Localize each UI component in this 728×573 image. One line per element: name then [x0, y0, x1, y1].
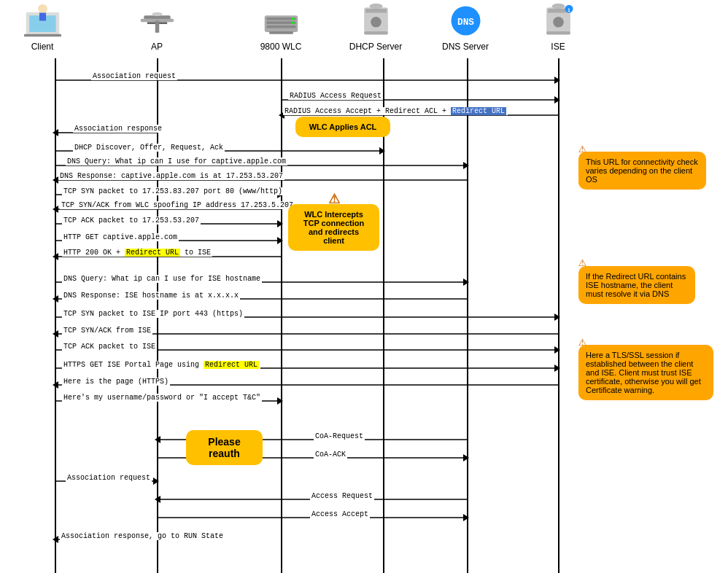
actor-ise: i ISE — [529, 0, 587, 52]
ise-label: ISE — [551, 42, 565, 52]
msg-label-m19: Here is the page (HTTPS) — [62, 377, 170, 386]
lifeline-dns — [467, 58, 468, 573]
client-label: Client — [31, 42, 54, 52]
msg-label-m12: HTTP 200 OK + Redirect URL to ISE — [62, 248, 212, 257]
svg-point-8 — [152, 12, 163, 15]
msg-label-m18: HTTPS GET ISE Portal Page using Redirect… — [62, 360, 260, 369]
callout-dns-note: If the Redirect URL contains ISE hostnam… — [578, 266, 695, 304]
msg-label-m1: Association request — [91, 71, 177, 80]
svg-point-20 — [371, 17, 382, 28]
wlc-icon — [259, 0, 303, 40]
dhcp-icon — [354, 0, 398, 40]
svg-rect-11 — [266, 17, 295, 20]
lifeline-client — [55, 58, 56, 573]
msg-label-m13: DNS Query: What ip can I use for ISE hos… — [62, 274, 262, 283]
ap-icon — [135, 0, 179, 40]
svg-rect-28 — [546, 31, 570, 35]
msg-label-m7: DNS Response: captive.apple.com is at 17… — [58, 171, 284, 180]
sequence-diagram: Client AP 9800 W — [0, 0, 728, 573]
redirect-url-highlight-2: Redirect URL — [125, 249, 180, 257]
svg-rect-13 — [266, 25, 295, 28]
callout-url-varies: This URL for connectivity check varies d… — [578, 152, 706, 190]
dns-label: DNS Server — [442, 42, 489, 52]
callout-please-reauth: Pleasereauth — [186, 430, 263, 465]
msg-label-m8: TCP SYN packet to 17.253.83.207 port 80 … — [62, 187, 284, 195]
redirect-url-highlight-1: Redirect URL — [451, 107, 506, 115]
svg-rect-12 — [266, 21, 295, 24]
msg-label-m10: TCP ACK packet to 17.253.53.207 — [62, 216, 201, 225]
msg-label-m22: CoA-ACK — [314, 450, 347, 459]
ap-label: AP — [151, 42, 163, 52]
msg-label-m5: DHCP Discover, Offer, Request, Ack — [73, 143, 225, 152]
actor-dhcp: DHCP Server — [346, 0, 405, 52]
msg-label-m21: CoA-Request — [314, 432, 365, 440]
msg-label-m23: Association request — [66, 473, 152, 482]
msg-label-m2: RADIUS Access Request — [288, 91, 383, 100]
svg-point-19 — [369, 3, 382, 8]
svg-rect-3 — [39, 12, 45, 20]
svg-rect-21 — [364, 31, 388, 35]
svg-text:i: i — [568, 7, 570, 12]
dns-icon: DNS — [444, 0, 487, 40]
actor-client: Client — [13, 0, 71, 52]
svg-rect-16 — [269, 31, 293, 34]
callout-tls-note: Here a TLS/SSL session if established be… — [578, 345, 713, 400]
msg-label-m20: Here's my username/password or "I accept… — [62, 393, 262, 402]
msg-label-m16: TCP SYN/ACK from ISE — [62, 326, 152, 335]
actor-ap: AP — [128, 0, 186, 52]
actor-wlc: 9800 WLC — [252, 0, 310, 52]
dhcp-label: DHCP Server — [349, 42, 402, 52]
msg-label-m9: TCP SYN/ACK from WLC spoofing IP address… — [60, 200, 295, 209]
wlc-label: 9800 WLC — [260, 42, 302, 52]
msg-label-m25: Access Accept — [310, 510, 370, 518]
msg-label-m4: Association response — [73, 124, 163, 133]
msg-label-m24: Access Request — [310, 491, 374, 500]
msg-label-m15: TCP SYN packet to ISE IP port 443 (https… — [62, 309, 244, 318]
msg-label-m11: HTTP GET captive.apple.com — [62, 233, 179, 241]
msg-label-m14: DNS Response: ISE hostname is at x.x.x.x — [62, 291, 240, 300]
svg-point-2 — [38, 4, 47, 13]
svg-rect-18 — [365, 9, 386, 12]
lifeline-wlc — [281, 58, 282, 573]
svg-point-14 — [292, 17, 295, 20]
callout-wlc-redirect: WLC InterceptsTCP connectionand redirect… — [288, 204, 379, 251]
lifeline-ise — [558, 58, 559, 573]
callout-wlc-acl: WLC Applies ACL — [295, 117, 390, 137]
msg-label-m6: DNS Query: What ip can I use for captive… — [66, 157, 287, 165]
svg-point-27 — [553, 17, 564, 28]
redirect-url-highlight-3: Redirect URL — [204, 361, 259, 369]
svg-text:DNS: DNS — [457, 16, 474, 27]
svg-rect-9 — [155, 20, 158, 32]
actor-dns: DNS DNS Server — [436, 0, 495, 52]
svg-point-26 — [551, 3, 565, 8]
msg-label-m26: Association response, go to RUN State — [60, 531, 225, 540]
ise-icon: i — [536, 0, 580, 40]
svg-rect-4 — [24, 34, 61, 36]
msg-label-m3: RADIUS Access Accept + Redirect ACL + Re… — [283, 106, 508, 115]
client-icon — [20, 0, 64, 40]
msg-label-m17: TCP ACK packet to ISE — [62, 342, 157, 351]
svg-point-15 — [292, 21, 295, 24]
